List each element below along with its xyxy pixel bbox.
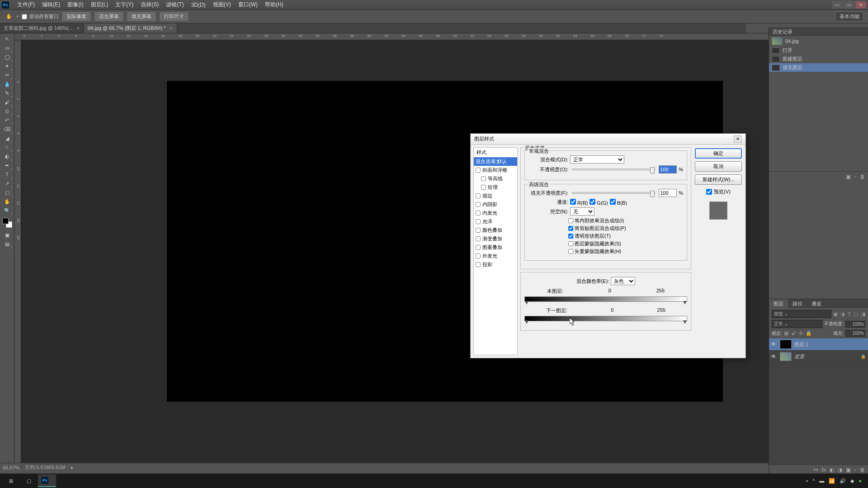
screenmode-icon[interactable]: ▤ [2,239,13,249]
blur-tool-icon[interactable]: ○ [2,143,13,152]
new-layer-icon[interactable]: ▫ [854,467,856,473]
underlying-slider[interactable] [524,316,687,321]
type-tool-icon[interactable]: T [2,170,13,179]
stamp-tool-icon[interactable]: ⎙ [2,107,13,116]
history-document[interactable]: 04.jpg [769,36,868,46]
dialog-titlebar[interactable]: 图层样式 ✕ [471,134,745,145]
lock-pos-icon[interactable]: ✢ [799,330,803,336]
eyedropper-tool-icon[interactable]: 💧 [2,80,13,89]
eye-icon[interactable]: 👁 [771,353,777,360]
opacity-input[interactable] [659,165,677,174]
crop-tool-icon[interactable]: ✂ [2,70,13,80]
history-item[interactable]: 打开 [769,46,868,55]
menu-layer[interactable]: 图层(L) [87,1,112,9]
hand-tool-icon[interactable]: ✋ [5,12,14,21]
move-tool-icon[interactable]: ↖ [2,34,13,43]
tab-channels[interactable]: 通道 [807,299,826,308]
zoom-level[interactable]: 66.67% [3,465,19,470]
menu-file[interactable]: 文件(F) [14,1,38,9]
style-item[interactable]: 投影 [474,260,517,269]
camera-icon[interactable]: ▣ [846,174,851,180]
preview-checkbox[interactable]: 预览(V) [695,188,742,195]
menu-help[interactable]: 帮助(H) [261,1,287,9]
taskview-button[interactable]: ▢ [20,474,38,487]
gradient-tool-icon[interactable]: ◢ [2,134,13,143]
this-layer-slider[interactable] [524,296,687,302]
adjust-icon[interactable]: ◑ [838,467,842,473]
pen-tool-icon[interactable]: ✒ [2,161,13,170]
actual-pixels-button[interactable]: 实际像素 [61,11,91,22]
menu-filter[interactable]: 滤镜(T) [162,1,187,9]
brush-tool-icon[interactable]: 🖌 [2,98,13,107]
style-item[interactable]: 光泽 [474,217,517,226]
ok-button[interactable]: 确定 [695,148,742,159]
menu-image[interactable]: 图像(I) [64,1,87,9]
chevron-right-icon[interactable]: ▸ [71,465,74,470]
tab-layers[interactable]: 图层 [769,299,788,308]
channel-g-checkbox[interactable]: G(G) [590,199,608,206]
style-item[interactable]: 图案叠加 [474,243,517,252]
history-item[interactable]: 填充图层 [769,63,868,72]
fill-screen-button[interactable]: 填充屏幕 [127,11,156,22]
lock-pixel-icon[interactable]: 🖌 [791,330,796,336]
shape-tool-icon[interactable]: ▢ [2,188,13,197]
fill-input[interactable] [659,189,677,197]
knockout-select[interactable]: 无 [570,207,594,216]
menu-3d[interactable]: 3D(D) [188,2,209,8]
blend-if-select[interactable]: 灰色 [611,277,635,285]
history-panel-header[interactable]: 历史记录 [769,27,868,36]
menu-window[interactable]: 窗口(W) [235,1,261,9]
style-item[interactable]: 纹理 [474,183,517,192]
cancel-button[interactable]: 取消 [695,161,742,172]
tray-icon[interactable]: ▪ [806,478,808,483]
style-item[interactable]: 斜面和浮雕 [474,166,517,174]
color-swatches[interactable] [2,218,12,228]
dodge-tool-icon[interactable]: ◐ [2,152,13,161]
style-item[interactable]: 外发光 [474,252,517,260]
menu-type[interactable]: 文字(Y) [112,1,137,9]
dialog-close-button[interactable]: ✕ [734,136,742,143]
group-icon[interactable]: ▣ [846,467,851,473]
mask-icon[interactable]: ◐ [830,467,834,473]
close-icon[interactable]: ✕ [170,26,173,31]
filter-icon[interactable]: ▣ [833,311,838,317]
doc-tab-1[interactable]: 04.jpg @ 66.7% (图层 1, RGB/8#) *✕ [84,23,177,33]
new-style-button[interactable]: 新建样式(W)... [695,174,742,185]
filter-icon[interactable]: ◑ [840,311,845,317]
lasso-tool-icon[interactable]: ◯ [2,52,13,61]
photoshop-taskbar-icon[interactable]: Ps [38,474,56,487]
style-item[interactable]: 混合选项:默认 [474,157,517,166]
menu-view[interactable]: 视图(V) [209,1,235,9]
style-item[interactable]: 内阴影 [474,200,517,209]
chevron-up-icon[interactable]: ^ [812,478,815,483]
style-item[interactable]: 描边 [474,192,517,200]
marquee-tool-icon[interactable]: ▭ [2,43,13,52]
history-brush-icon[interactable]: ↶ [2,116,13,125]
start-button[interactable]: ⊞ [2,474,20,487]
volume-icon[interactable]: 🔊 [840,478,846,484]
wand-tool-icon[interactable]: ✦ [2,61,13,70]
style-item[interactable]: 内发光 [474,209,517,217]
opacity-slider[interactable] [572,169,655,170]
close-button[interactable]: ✕ [855,1,866,9]
eye-icon[interactable]: 👁 [771,341,777,347]
filter-icon[interactable]: ◨ [861,311,865,317]
link-icon[interactable]: ⚯ [813,467,818,473]
layer-row[interactable]: 👁背景🔒 [769,351,868,363]
print-size-button[interactable]: 打印尺寸 [159,11,189,22]
blend-mode-select[interactable]: 正常 ⌄ [772,320,822,328]
blend-clipped-checkbox[interactable] [568,226,573,231]
channel-b-checkbox[interactable]: B(B) [610,199,627,206]
layer-kind-select[interactable]: 类型 ⌄ [772,310,831,318]
fill-input[interactable]: 100% [845,330,865,337]
doc-tab-0[interactable]: 文章底部二维码.jpg @ 146%(...✕ [0,23,84,33]
fx-icon[interactable]: fx [821,467,826,473]
path-tool-icon[interactable]: ↗ [2,179,13,188]
wifi-icon[interactable]: 📶 [829,478,835,484]
trash-icon[interactable]: 🗑 [860,174,865,180]
workspace-selector[interactable]: 基本功能 [835,12,863,21]
trash-icon[interactable]: 🗑 [860,467,865,473]
layer-mask-hides-checkbox[interactable] [568,241,573,246]
fit-screen-button[interactable]: 适合屏幕 [94,11,124,22]
channel-r-checkbox[interactable]: R(R) [570,199,588,206]
